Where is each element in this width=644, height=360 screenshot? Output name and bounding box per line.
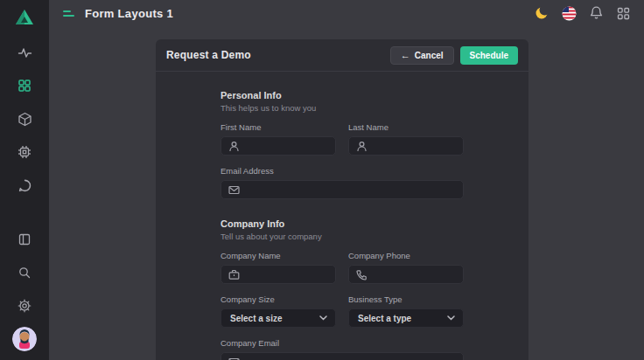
schedule-button-label: Schedule xyxy=(470,51,508,60)
request-demo-card: Request a Demo ← Cancel Schedule Persona… xyxy=(156,39,528,360)
brand-triangle-icon xyxy=(15,8,34,27)
brand-logo[interactable] xyxy=(14,7,35,28)
company-name-input[interactable] xyxy=(245,270,328,280)
language-selector-button[interactable] xyxy=(560,4,578,22)
company-phone-group: Company Phone xyxy=(348,251,464,284)
cpu-chip-icon xyxy=(18,145,32,159)
company-info-subheading: Tell us about your company xyxy=(220,232,464,241)
card-header: Request a Demo ← Cancel Schedule xyxy=(156,39,528,72)
sidebar-item-chat[interactable] xyxy=(10,171,38,199)
schedule-button[interactable]: Schedule xyxy=(460,46,518,65)
sidebar-toggle-button[interactable] xyxy=(63,10,74,17)
email-input[interactable] xyxy=(245,185,456,195)
company-name-group: Company Name xyxy=(220,251,336,284)
first-name-field[interactable] xyxy=(220,136,336,156)
top-header: Form Layouts 1 xyxy=(49,0,644,26)
company-name-field[interactable] xyxy=(220,265,336,284)
page-title: Form Layouts 1 xyxy=(85,7,173,20)
hamburger-line xyxy=(63,15,74,17)
sidebar-item-docs[interactable] xyxy=(10,225,38,253)
card-title: Request a Demo xyxy=(166,49,251,61)
email-field[interactable] xyxy=(220,180,464,199)
company-phone-label: Company Phone xyxy=(348,251,464,260)
panel-layout-icon xyxy=(18,232,32,246)
sidebar-item-search[interactable] xyxy=(10,259,38,287)
demo-form: Personal Info This helps us to know you … xyxy=(220,72,464,360)
card-actions: ← Cancel Schedule xyxy=(390,46,518,65)
last-name-input[interactable] xyxy=(373,142,456,151)
company-email-group: Company Email xyxy=(220,338,464,360)
first-name-input[interactable] xyxy=(245,142,328,151)
company-name-label: Company Name xyxy=(220,251,336,260)
sidebar-item-apps[interactable] xyxy=(10,72,38,100)
activity-icon xyxy=(18,45,32,60)
apps-menu-button[interactable] xyxy=(614,4,632,22)
personal-info-subheading: This helps us to know you xyxy=(220,103,464,113)
sidebar-item-settings[interactable] xyxy=(10,292,38,320)
company-email-label: Company Email xyxy=(220,338,464,348)
company-size-select[interactable]: Select a size xyxy=(220,308,336,328)
envelope-icon xyxy=(228,184,240,196)
company-size-group: Company Size Select a size xyxy=(220,294,336,328)
business-type-select[interactable]: Select a type xyxy=(348,308,464,328)
first-name-label: First Name xyxy=(220,122,336,132)
personal-info-heading: Personal Info xyxy=(220,90,464,100)
chevron-down-icon xyxy=(447,315,455,321)
sidebar-item-components[interactable] xyxy=(10,105,38,133)
sidebar-item-elements[interactable] xyxy=(10,138,38,166)
company-size-value: Select a size xyxy=(230,314,282,323)
user-avatar[interactable] xyxy=(12,327,37,351)
company-email-field[interactable] xyxy=(220,352,464,360)
sidebar xyxy=(0,0,49,360)
company-phone-input[interactable] xyxy=(373,270,456,280)
cancel-button-label: Cancel xyxy=(415,51,444,60)
last-name-label: Last Name xyxy=(348,122,464,132)
last-name-field[interactable] xyxy=(348,136,464,156)
first-name-group: First Name xyxy=(220,122,336,156)
chevron-down-icon xyxy=(319,315,327,321)
left-arrow-icon: ← xyxy=(401,51,410,60)
bell-icon xyxy=(590,6,603,20)
person-icon xyxy=(228,141,240,152)
envelope-icon xyxy=(228,357,240,360)
sidebar-item-activity[interactable] xyxy=(10,38,38,66)
person-icon xyxy=(356,141,368,152)
search-icon xyxy=(18,266,32,280)
company-size-label: Company Size xyxy=(220,294,336,304)
company-email-input[interactable] xyxy=(245,357,456,360)
company-info-heading: Company Info xyxy=(220,218,464,229)
briefcase-icon xyxy=(228,269,240,280)
avatar-image xyxy=(12,327,37,351)
cancel-button[interactable]: ← Cancel xyxy=(390,46,454,65)
notifications-button[interactable] xyxy=(587,4,605,22)
email-label: Email Address xyxy=(220,166,464,176)
chat-bubble-icon xyxy=(18,178,32,193)
business-type-group: Business Type Select a type xyxy=(348,294,464,328)
gear-icon xyxy=(18,299,32,313)
cube-icon xyxy=(18,112,32,127)
flag-us-icon xyxy=(562,6,577,21)
phone-icon xyxy=(356,269,368,280)
apps-grid-icon xyxy=(617,7,630,20)
theme-toggle-button[interactable] xyxy=(533,4,550,22)
hamburger-line xyxy=(63,10,71,12)
email-group: Email Address xyxy=(220,166,464,199)
business-type-label: Business Type xyxy=(348,294,464,304)
header-actions xyxy=(533,4,632,22)
main-area: Form Layouts 1 xyxy=(49,0,644,360)
last-name-group: Last Name xyxy=(348,122,464,156)
content-area: Request a Demo ← Cancel Schedule Persona… xyxy=(49,26,644,360)
moon-icon xyxy=(535,6,549,20)
apps-grid-icon xyxy=(18,79,32,93)
company-phone-field[interactable] xyxy=(348,265,464,284)
business-type-value: Select a type xyxy=(358,314,411,323)
